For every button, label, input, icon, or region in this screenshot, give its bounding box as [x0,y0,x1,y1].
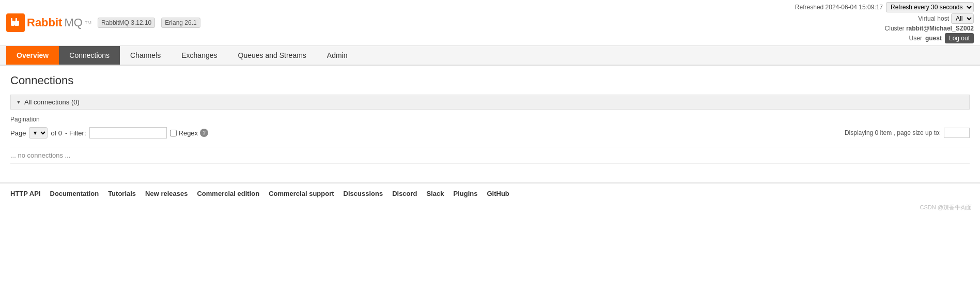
footer-link-discussions[interactable]: Discussions [344,190,383,197]
main-nav: Overview Connections Channels Exchanges … [0,46,980,66]
footer-link-github[interactable]: GitHub [487,190,509,197]
watermark: CSDN @辣香牛肉面 [0,204,980,214]
cluster-label: Cluster [885,25,905,32]
top-bar: RabbitMQTM RabbitMQ 3.12.10 Erlang 26.1 … [0,0,980,46]
erlang-version-badge: Erlang 26.1 [161,18,200,28]
logo-area: RabbitMQTM RabbitMQ 3.12.10 Erlang 26.1 [6,13,200,32]
rabbit-icon [6,13,25,32]
footer-link-slack[interactable]: Slack [427,190,444,197]
no-connections-message: ... no connections ... [10,147,970,164]
virtual-host-label: Virtual host [918,15,949,22]
regex-help-icon[interactable]: ? [200,129,208,137]
of-label: of 0 [51,129,62,137]
logo-rabbit: Rabbit [27,16,62,29]
page-title: Connections [10,74,970,87]
footer-link-commercial-edition[interactable]: Commercial edition [197,190,259,197]
footer-link-tutorials[interactable]: Tutorials [108,190,136,197]
tab-channels[interactable]: Channels [120,46,171,65]
pagination-label: Pagination [10,116,970,123]
all-connections-label: All connections (0) [24,98,80,106]
tab-connections[interactable]: Connections [59,46,120,65]
user-value: guest [925,35,942,42]
svg-rect-0 [11,21,14,26]
tab-queues-streams[interactable]: Queues and Streams [228,46,317,65]
footer: HTTP API Documentation Tutorials New rel… [0,182,980,204]
tab-exchanges[interactable]: Exchanges [171,46,227,65]
logo-tm: TM [85,20,91,25]
cluster-value: rabbit@Michael_SZ002 [906,25,974,32]
refresh-interval-select[interactable]: Refresh every 30 seconds [886,2,974,12]
cluster-row: Cluster rabbit@Michael_SZ002 [795,25,974,32]
page-size-input[interactable]: 100 [944,128,970,138]
footer-link-discord[interactable]: Discord [392,190,417,197]
collapse-arrow-icon: ▼ [16,99,21,105]
refreshed-timestamp: Refreshed 2024-06-04 15:09:17 [795,4,883,11]
regex-checkbox[interactable] [170,130,177,136]
user-row: User guest Log out [795,33,974,43]
tab-overview[interactable]: Overview [6,46,59,65]
logout-button[interactable]: Log out [945,33,974,43]
logo-mq: MQ [64,16,82,29]
tab-admin[interactable]: Admin [317,46,358,65]
displaying-label: Displaying 0 item , page size up to: [845,129,941,136]
footer-link-documentation[interactable]: Documentation [50,190,99,197]
page-select[interactable]: ▾ [29,127,48,139]
main-content: Connections ▼ All connections (0) Pagina… [0,66,980,182]
svg-rect-3 [14,21,19,26]
virtual-host-select[interactable]: All [951,13,974,24]
refresh-row: Refreshed 2024-06-04 15:09:17 Refresh ev… [795,2,974,12]
svg-rect-2 [11,18,12,21]
logo: RabbitMQTM [6,13,91,32]
all-connections-header[interactable]: ▼ All connections (0) [10,95,970,110]
footer-link-new-releases[interactable]: New releases [145,190,188,197]
footer-link-commercial-support[interactable]: Commercial support [269,190,334,197]
filter-label: - Filter: [65,129,86,137]
user-label: User [909,35,922,42]
regex-label: Regex ? [170,129,209,137]
footer-link-http-api[interactable]: HTTP API [10,190,41,197]
virtual-host-row: Virtual host All [795,13,974,24]
filter-input[interactable] [89,127,167,139]
regex-text: Regex [179,129,198,137]
pagination-controls: Page ▾ of 0 - Filter: Regex ? Displaying… [10,127,970,139]
top-right-info: Refreshed 2024-06-04 15:09:17 Refresh ev… [795,2,974,43]
rabbitmq-version-badge: RabbitMQ 3.12.10 [98,18,155,28]
pagination-right: Displaying 0 item , page size up to: 100 [845,128,970,138]
footer-link-plugins[interactable]: Plugins [454,190,478,197]
page-label: Page [10,129,26,137]
